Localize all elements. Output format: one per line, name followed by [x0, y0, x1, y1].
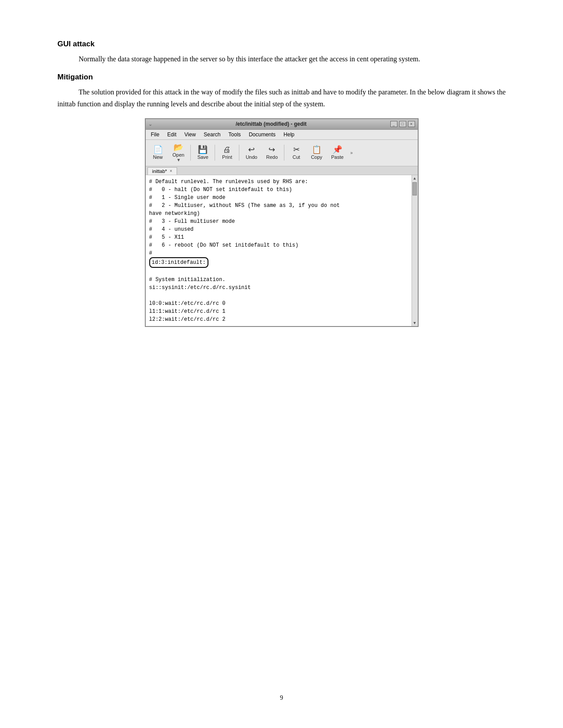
scrollbar-up-arrow[interactable]: ▲	[412, 175, 418, 181]
gedit-tabs: inittab* ×	[146, 166, 418, 175]
close-icon: ×	[410, 122, 412, 126]
gui-attack-text: Normally the data storage happened in th…	[79, 55, 420, 63]
gedit-content-wrapper: # Default runlevel. The runlevels used b…	[146, 175, 418, 326]
cut-label: Cut	[292, 154, 300, 160]
toolbar-new-button[interactable]: 📄 New	[148, 144, 168, 161]
gedit-window: ⌄ /etc/inittab (modified) - gedit _ □ × …	[145, 118, 419, 327]
toolbar-undo-button[interactable]: ↩ Undo	[242, 144, 261, 161]
code-line-12: si::sysinit:/etc/rc.d/rc.sysinit	[149, 284, 408, 292]
highlight-box: id:3:initdefault:	[149, 257, 208, 268]
mitigation-heading: Mitigation	[57, 73, 506, 82]
toolbar-separator-1	[190, 145, 191, 161]
code-line-highlighted: id:3:initdefault:	[149, 257, 408, 268]
redo-icon: ↪	[268, 146, 275, 154]
menu-tools[interactable]: Tools	[225, 131, 244, 139]
menu-file[interactable]: File	[147, 131, 163, 139]
code-line-blank1	[149, 268, 408, 276]
toolbar-print-button[interactable]: 🖨 Print	[217, 144, 237, 161]
print-label: Print	[222, 154, 232, 160]
paste-label: Paste	[331, 154, 344, 160]
toolbar-separator-4	[284, 145, 284, 161]
toolbar-cut-button[interactable]: ✂ Cut	[287, 144, 306, 161]
gedit-app-icon: ⌄	[148, 121, 152, 127]
toolbar-paste-button[interactable]: 📌 Paste	[327, 144, 348, 161]
code-line-13: l0:0:wait:/etc/rc.d/rc 0	[149, 300, 408, 308]
redo-label: Redo	[266, 154, 278, 160]
toolbar-separator-3	[239, 145, 239, 161]
scrollbar-down-arrow[interactable]: ▼	[412, 320, 418, 326]
save-label: Save	[197, 154, 208, 160]
print-icon: 🖨	[223, 146, 231, 154]
new-icon: 📄	[153, 146, 163, 154]
gui-attack-heading: GUI attack	[57, 40, 506, 49]
code-line-5: have networking)	[149, 210, 408, 218]
code-line-1: # Default runlevel. The runlevels used b…	[149, 178, 408, 186]
page: GUI attack Normally the data storage hap…	[0, 0, 563, 728]
mitigation-text: The solution provided for this attack in…	[57, 88, 506, 108]
undo-label: Undo	[246, 154, 257, 160]
menu-documents[interactable]: Documents	[245, 131, 279, 139]
mitigation-paragraph: The solution provided for this attack in…	[57, 86, 506, 110]
paste-icon: 📌	[333, 146, 342, 154]
code-line-7: # 4 - unused	[149, 225, 408, 233]
toolbar-more-arrow: »	[350, 150, 353, 155]
menu-help[interactable]: Help	[280, 131, 298, 139]
gedit-title: /etc/inittab (modified) - gedit	[152, 121, 390, 127]
copy-label: Copy	[311, 154, 322, 160]
window-controls: _ □ ×	[390, 121, 415, 127]
code-line-9: # 6 - reboot (Do NOT set initdefault to …	[149, 241, 408, 249]
gedit-menubar: File Edit View Search Tools Documents He…	[146, 130, 418, 140]
new-label: New	[153, 154, 162, 160]
code-line-11: # System initialization.	[149, 276, 408, 284]
toolbar-separator-2	[215, 145, 215, 161]
menu-edit[interactable]: Edit	[164, 131, 180, 139]
code-line-10: #	[149, 249, 408, 257]
gedit-titlebar: ⌄ /etc/inittab (modified) - gedit _ □ ×	[146, 119, 418, 130]
toolbar-save-button[interactable]: 💾 Save	[193, 144, 212, 161]
code-line-3: # 1 - Single user mode	[149, 194, 408, 202]
code-line-14: l1:1:wait:/etc/rc.d/rc 1	[149, 308, 408, 315]
gedit-tab-inittab[interactable]: inittab* ×	[147, 167, 177, 175]
menu-search[interactable]: Search	[200, 131, 224, 139]
code-line-6: # 3 - Full multiuser mode	[149, 218, 408, 225]
toolbar-open-button[interactable]: 📂 Open ▼	[169, 142, 189, 164]
toolbar-redo-button[interactable]: ↪ Redo	[262, 144, 282, 161]
menu-view[interactable]: View	[181, 131, 200, 139]
tab-close-icon[interactable]: ×	[170, 169, 172, 173]
save-icon: 💾	[198, 146, 208, 154]
code-line-8: # 5 - X11	[149, 233, 408, 241]
open-dropdown-arrow: ▼	[177, 158, 181, 162]
copy-icon: 📋	[312, 146, 321, 154]
tab-label: inittab*	[152, 169, 167, 174]
toolbar-copy-button[interactable]: 📋 Copy	[307, 144, 326, 161]
scrollbar-thumb[interactable]	[412, 182, 417, 195]
maximize-button[interactable]: □	[399, 121, 406, 127]
close-button[interactable]: ×	[408, 121, 415, 127]
code-line-4: # 2 - Multiuser, without NFS (The same a…	[149, 202, 408, 210]
minimize-button[interactable]: _	[390, 121, 397, 127]
open-icon: 📂	[174, 143, 183, 151]
page-number: 9	[0, 694, 563, 702]
undo-icon: ↩	[248, 146, 255, 154]
code-line-blank2	[149, 292, 408, 300]
gedit-toolbar: 📄 New 📂 Open ▼ 💾 Save 🖨 Print ↩ Undo	[146, 140, 418, 166]
maximize-icon: □	[401, 122, 404, 126]
code-line-2: # 0 - halt (Do NOT set initdefault to th…	[149, 186, 408, 194]
gui-attack-paragraph: Normally the data storage happened in th…	[57, 53, 506, 65]
minimize-icon: _	[393, 122, 395, 126]
scrollbar-track	[412, 181, 418, 320]
open-label: Open	[173, 152, 185, 158]
code-line-15: l2:2:wait:/etc/rc.d/rc 2	[149, 315, 408, 323]
cut-icon: ✂	[293, 146, 300, 154]
gedit-scrollbar[interactable]: ▲ ▼	[412, 175, 418, 326]
gedit-content[interactable]: # Default runlevel. The runlevels used b…	[146, 175, 412, 326]
